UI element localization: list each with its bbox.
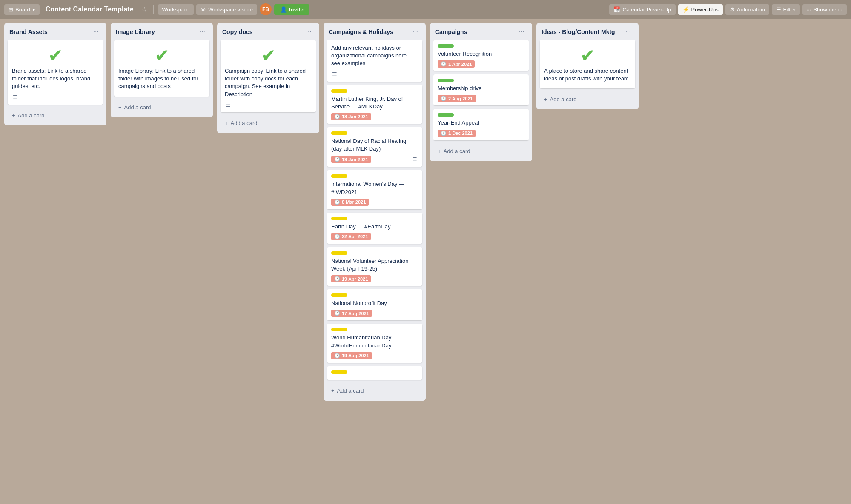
automation-label: Automation [737, 6, 765, 13]
date-badge: 🕐 1 Apr 2021 [438, 60, 475, 68]
card-ch-3[interactable]: International Women's Day — #IWD2021 🕐 8… [327, 170, 422, 209]
label-yellow [331, 370, 347, 374]
card-ch-6[interactable]: National Nonprofit Day 🕐 17 Aug 2021 ✎ [327, 289, 422, 320]
date-badge: 🕐 8 Mar 2021 [331, 199, 369, 206]
card-text: National Nonprofit Day [331, 299, 418, 307]
card-text: Volunteer Recognition [438, 50, 524, 58]
card-ch-7[interactable]: World Humanitarian Day — #WorldHumanitar… [327, 324, 422, 362]
column-header-campaigns-holidays: Campaigns & Holidays ··· [324, 23, 426, 40]
card-text: Image Library: Link to a shared folder w… [118, 67, 205, 91]
column-title-copy-docs: Copy docs [222, 28, 253, 35]
chevron-down-icon: ▾ [32, 6, 35, 13]
description-icon[interactable]: ☰ [411, 155, 418, 163]
clock-icon: 🕐 [334, 310, 340, 316]
card-footer: 🕐 22 Apr 2021 [331, 233, 418, 240]
add-card-button-campaigns-holidays[interactable]: + Add a card [327, 384, 422, 397]
date-text: 19 Jan 2021 [342, 157, 368, 162]
label-green [438, 113, 454, 117]
plus-icon: + [12, 112, 15, 119]
filter-label: Filter [783, 6, 796, 13]
label-green [438, 44, 454, 48]
column-menu-campaigns[interactable]: ··· [516, 27, 527, 37]
add-card-button-copy-docs[interactable]: + Add a card [221, 117, 316, 130]
power-ups-button[interactable]: ⚡ Power-Ups [678, 4, 723, 15]
column-menu-brand-assets[interactable]: ··· [91, 27, 101, 37]
card-icons: ☰ [225, 101, 312, 109]
automation-icon: ⚙ [730, 6, 735, 13]
description-icon[interactable]: ☰ [12, 93, 19, 101]
description-icon[interactable]: ☰ [331, 70, 338, 78]
date-text: 8 Mar 2021 [342, 199, 366, 205]
plus-icon: + [544, 96, 547, 103]
avatar[interactable]: FB [260, 3, 272, 15]
date-text: 19 Apr 2021 [342, 276, 368, 282]
show-menu-label: Show menu [813, 6, 842, 13]
card-camp-2[interactable]: Membership drive 🕐 2 Aug 2021 ✎ [433, 74, 529, 105]
date-text: 2 Aug 2021 [448, 96, 473, 101]
invite-button[interactable]: 👤 Invite [274, 4, 309, 15]
card-ch-description[interactable]: Add any relevant holidays or organizatio… [327, 40, 422, 82]
add-card-button-brand-assets[interactable]: + Add a card [8, 109, 103, 122]
workspace-button[interactable]: Workspace [158, 4, 194, 15]
column-menu-ideas-blog[interactable]: ··· [623, 27, 633, 37]
label-yellow [331, 89, 347, 93]
date-text: 22 Apr 2021 [342, 234, 368, 239]
card-ideas-1[interactable]: ✔ A place to store and share content ide… [540, 40, 635, 88]
add-card-button-campaigns[interactable]: + Add a card [433, 145, 529, 158]
board-icon: ⊞ [9, 6, 13, 13]
column-menu-image-library[interactable]: ··· [197, 27, 208, 37]
card-icons: ☰ [331, 70, 418, 78]
card-ch-2[interactable]: National Day of Racial Healing (day afte… [327, 127, 422, 167]
column-body-campaigns: Volunteer Recognition 🕐 1 Apr 2021 ✎ Mem… [430, 40, 532, 144]
person-icon: 👤 [280, 6, 287, 13]
card-brand-assets-1[interactable]: ✔ Brand assets: Link to a shared folder … [8, 40, 103, 105]
label-yellow [331, 328, 347, 331]
clock-icon: 🕐 [334, 353, 340, 359]
add-card-button-image-library[interactable]: + Add a card [114, 101, 209, 114]
column-brand-assets: Brand Assets ··· ✔ Brand assets: Link to… [4, 23, 106, 125]
card-text: Membership drive [438, 85, 524, 92]
plus-icon: + [225, 120, 228, 126]
column-header-copy-docs: Copy docs ··· [217, 23, 319, 40]
filter-button[interactable]: ☰ Filter [772, 4, 800, 15]
card-camp-3[interactable]: Year-End Appeal 🕐 1 Dec 2021 ✎ [433, 109, 529, 140]
card-text: Earth Day — #EarthDay [331, 223, 418, 231]
card-footer: 🕐 1 Apr 2021 [438, 60, 524, 68]
calendar-power-up-button[interactable]: 📅 Calendar Power-Up [609, 4, 675, 15]
card-footer: 🕐 18 Jan 2021 [331, 113, 418, 120]
filter-icon: ☰ [776, 6, 781, 13]
card-image-library-1[interactable]: ✔ Image Library: Link to a shared folder… [114, 40, 209, 97]
date-badge: 🕐 19 Aug 2021 [331, 352, 372, 359]
add-card-label: Add a card [124, 104, 151, 111]
workspace-visible-button[interactable]: 👁 Workspace visible [196, 4, 257, 15]
board-label: Board [15, 6, 30, 13]
card-ch-4[interactable]: Earth Day — #EarthDay 🕐 22 Apr 2021 ✎ [327, 213, 422, 244]
card-ch-1[interactable]: Martin Luther King, Jr. Day of Service —… [327, 85, 422, 124]
column-campaigns-holidays: Campaigns & Holidays ··· Add any relevan… [324, 23, 426, 401]
column-menu-campaigns-holidays[interactable]: ··· [410, 27, 421, 37]
column-menu-copy-docs[interactable]: ··· [304, 27, 314, 37]
power-ups-label: Power-Ups [691, 6, 719, 13]
star-icon[interactable]: ☆ [140, 6, 149, 14]
card-ch-5[interactable]: National Volunteer Appreciation Week (Ap… [327, 247, 422, 286]
checkmark-icon: ✔ [118, 47, 205, 65]
description-icon[interactable]: ☰ [225, 101, 232, 109]
checkmark-icon: ✔ [12, 47, 99, 65]
clock-icon: 🕐 [334, 234, 340, 239]
automation-button[interactable]: ⚙ Automation [725, 4, 769, 15]
column-body-ideas-blog: ✔ A place to store and share content ide… [536, 40, 639, 92]
date-text: 18 Jan 2021 [342, 114, 368, 119]
avatar-initials: FB [262, 6, 269, 12]
board-button[interactable]: ⊞ Board ▾ [4, 4, 40, 15]
label-yellow [331, 251, 347, 255]
column-header-campaigns: Campaigns ··· [430, 23, 532, 40]
card-camp-1[interactable]: Volunteer Recognition 🕐 1 Apr 2021 ✎ [433, 40, 529, 71]
card-text: Brand assets: Link to a shared folder th… [12, 67, 99, 91]
card-copy-docs-1[interactable]: ✔ Campaign copy: Link to a shared folder… [221, 40, 316, 112]
card-ch-8[interactable]: ✎ [327, 366, 422, 380]
add-card-button-ideas-blog[interactable]: + Add a card [540, 93, 635, 106]
card-text: National Volunteer Appreciation Week (Ap… [331, 257, 418, 273]
card-footer: 🕐 2 Aug 2021 [438, 95, 524, 102]
column-header-image-library: Image Library ··· [111, 23, 213, 40]
show-menu-button[interactable]: ··· Show menu [802, 4, 847, 15]
